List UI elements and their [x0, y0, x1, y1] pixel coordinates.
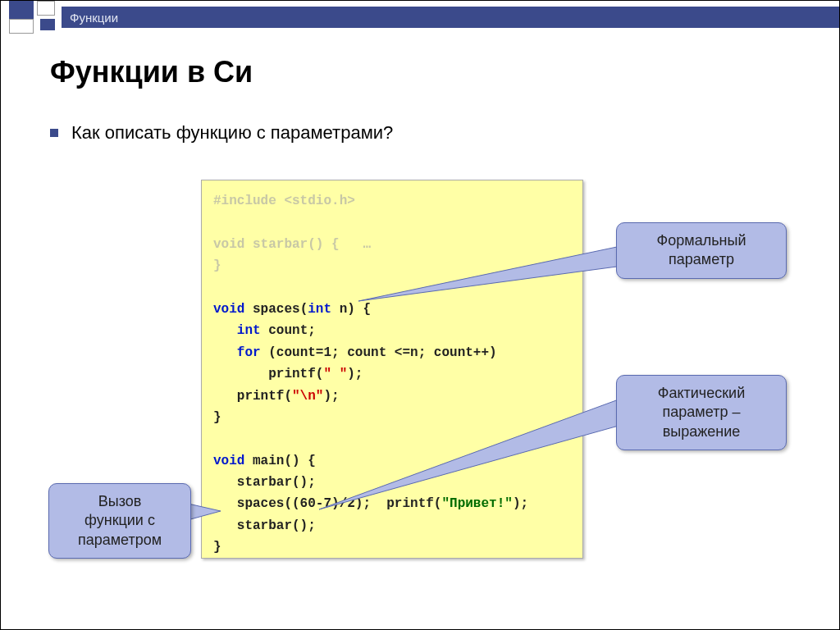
callout-formal-parameter: Формальный параметр — [616, 222, 787, 279]
bullet-text: Как описать функцию с параметрами? — [71, 122, 393, 144]
bullet-row: Как описать функцию с параметрами? — [50, 122, 393, 144]
callout-line: функции с — [84, 512, 155, 528]
header-logo — [9, 1, 55, 34]
header-strip: Функции — [62, 7, 839, 28]
callout-line: Формальный — [657, 232, 746, 249]
callout-line: Вызов — [98, 493, 142, 509]
callout-actual-parameter: Фактический параметр – выражение — [616, 375, 787, 450]
callout-line: Фактический — [658, 385, 745, 401]
header-section-label: Функции — [70, 11, 118, 25]
callout-function-call: Вызов функции с параметром — [48, 483, 191, 559]
callout-line: параметром — [78, 532, 162, 548]
bullet-icon — [50, 129, 58, 137]
callout-line: параметр — [669, 251, 734, 267]
code-block: #include <stdio.h> void starbar() { … } … — [201, 180, 583, 559]
callout-line: параметр – — [663, 404, 741, 420]
slide-title: Функции в Си — [50, 55, 253, 89]
slide: 23 Функции Функции в Си Как описать функ… — [0, 0, 840, 630]
header-bar: Функции — [1, 1, 839, 34]
callout-line: выражение — [663, 423, 741, 440]
